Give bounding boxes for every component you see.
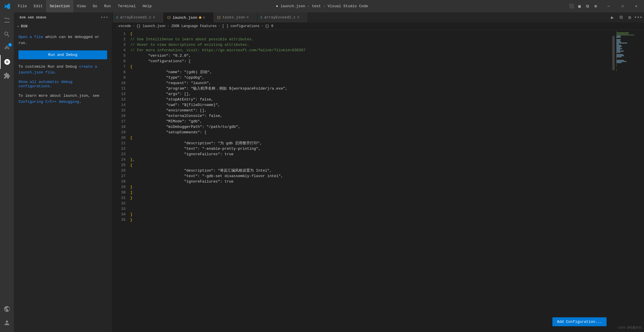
minimap-line-9: [616, 40, 620, 41]
menu-terminal[interactable]: Terminal: [114, 0, 139, 12]
layout2-icon[interactable]: ▦: [577, 3, 582, 9]
layout-tab-action[interactable]: ⊞: [626, 14, 633, 21]
editor-scrollbar[interactable]: [612, 30, 615, 332]
code-line-20: {: [130, 135, 612, 141]
minimap-line-20: [616, 53, 617, 54]
code-line-3: // Hover to view descriptions of existin…: [130, 42, 612, 48]
close-button[interactable]: ✕: [630, 2, 643, 11]
breadcrumb-configurations[interactable]: [ ] configurations: [222, 24, 260, 28]
activity-remote[interactable]: [0, 302, 14, 316]
tab-launchJson[interactable]: {} launch.json U ✕: [164, 12, 213, 22]
line-number-4: 4: [113, 48, 126, 53]
menu-selection[interactable]: Selection: [46, 0, 73, 12]
scrollbar-thumb[interactable]: [612, 36, 615, 70]
line-number-26: 26: [113, 168, 126, 173]
tab-tasks[interactable]: {} tasks.json U ✕: [213, 12, 257, 22]
code-line-32: [130, 201, 612, 206]
activity-account[interactable]: [0, 316, 14, 330]
more-tab-action[interactable]: •••: [635, 14, 642, 21]
open-file-link[interactable]: Open a file: [18, 35, 43, 39]
code-line-27: "text": "-gdb-set disassembly-flavor int…: [130, 173, 612, 179]
show-all-configs-link[interactable]: Show all automatic debug configurations.: [18, 80, 107, 88]
code-line-18: "miDebuggerPath": "/path/to/gdb",: [130, 124, 612, 130]
code-line-13: "stopAtEntry": false,: [130, 97, 612, 102]
activity-source-control[interactable]: 5: [0, 41, 14, 55]
line-number-32: 32: [113, 201, 126, 206]
learn-suffix: .: [79, 100, 82, 104]
code-line-33: [130, 206, 612, 212]
code-line-7: {: [130, 64, 612, 69]
configuring-cpp-link[interactable]: Configuring C/C++ debugging: [18, 100, 79, 104]
menu-file[interactable]: File: [14, 0, 30, 12]
tab-label-arrayExceed1: arrayExceed1.c: [120, 15, 151, 20]
run-tab-action[interactable]: ▶: [609, 14, 616, 21]
split-icon[interactable]: ⧉: [585, 3, 590, 9]
tab-tag-0: U: [153, 16, 155, 19]
line-number-11: 11: [113, 86, 126, 91]
minimap-line-7: [616, 38, 617, 39]
minimap-line-16: [616, 48, 622, 49]
menu-go[interactable]: Go: [89, 0, 101, 12]
sidebar-menu-icon[interactable]: •••: [101, 15, 108, 20]
minimap-line-26: [616, 60, 624, 61]
activity-bar: 5: [0, 12, 14, 332]
minimize-button[interactable]: ─: [602, 2, 615, 11]
tab-arrayExceed2[interactable]: C arrayExceed2.c U ✕: [257, 12, 308, 22]
sidebar: RUN AND DEBUG ••• ▾ RUN Open a file whic…: [14, 12, 112, 332]
learn-paragraph: To learn more about launch.json, see Con…: [18, 93, 107, 105]
breadcrumb-vscode[interactable]: .vscode: [116, 24, 131, 28]
run-debug-button[interactable]: Run and Debug: [18, 50, 107, 59]
line-number-28: 28: [113, 179, 126, 184]
sidebar-run-header[interactable]: ▾ RUN: [14, 23, 112, 30]
activity-explorer[interactable]: [0, 14, 14, 27]
line-number-3: 3: [113, 42, 126, 48]
activity-search[interactable]: [0, 27, 14, 41]
menu-edit[interactable]: Edit: [30, 0, 46, 12]
code-content[interactable]: { // Use IntelliSense to learn about pos…: [128, 30, 612, 332]
activity-run[interactable]: [0, 55, 14, 69]
code-line-30: ]: [130, 190, 612, 195]
code-line-28: "ignoreFailures": true: [130, 179, 612, 184]
layout3-icon[interactable]: ⊞: [593, 3, 598, 9]
code-line-10: "request": "launch",: [130, 80, 612, 86]
split-tab-action[interactable]: ⧉: [618, 14, 624, 21]
customize-prefix: To customize Run and Debug: [18, 64, 79, 69]
tab-c-icon: C: [116, 16, 118, 19]
line-number-23: 23: [113, 151, 126, 157]
tab-tag-2: U: [247, 16, 249, 19]
tab-arrayExceed1[interactable]: C arrayExceed1.c U ✕: [113, 12, 164, 22]
breadcrumb-launch[interactable]: {} launch.json: [137, 24, 166, 28]
menu-run[interactable]: Run: [101, 0, 114, 12]
run-panel-content: Open a file which can be debugged or run…: [14, 31, 112, 332]
line-number-21: 21: [113, 141, 126, 146]
line-number-27: 27: [113, 173, 126, 179]
code-line-24: },: [130, 157, 612, 162]
line-number-12: 12: [113, 91, 126, 97]
add-configuration-button[interactable]: Add Configuration...: [552, 317, 607, 326]
tab-tag-1: U: [203, 16, 205, 19]
line-number-8: 8: [113, 69, 126, 75]
tab-tag-3: U: [298, 16, 299, 19]
menu-help[interactable]: Help: [139, 0, 155, 12]
sidebar-run-section: ▾ RUN: [14, 22, 112, 31]
minimap-line-25: [616, 59, 617, 60]
tab-tasks-icon: {}: [217, 16, 221, 19]
line-number-5: 5: [113, 53, 126, 58]
activity-extensions[interactable]: [0, 69, 14, 83]
layout-icon[interactable]: ⬛: [569, 3, 574, 9]
menu-view[interactable]: View: [73, 0, 89, 12]
line-number-30: 30: [113, 190, 126, 195]
restore-button[interactable]: ❐: [616, 2, 629, 11]
line-number-22: 22: [113, 146, 126, 151]
minimap-line-23: [616, 56, 622, 57]
minimap-line-22: [616, 55, 624, 56]
minimap-line-8: [616, 39, 621, 40]
vscode-logo-icon: [0, 0, 14, 12]
code-editor: 1234567891011121314151617181920212223242…: [113, 30, 644, 332]
code-line-25: {: [130, 162, 612, 168]
breadcrumb-0[interactable]: {} 0: [265, 24, 273, 28]
code-line-15: "environment": [],: [130, 108, 612, 113]
line-number-1: 1: [113, 31, 126, 37]
line-number-15: 15: [113, 108, 126, 113]
breadcrumb-json-features[interactable]: JSON Language Features: [171, 24, 217, 28]
